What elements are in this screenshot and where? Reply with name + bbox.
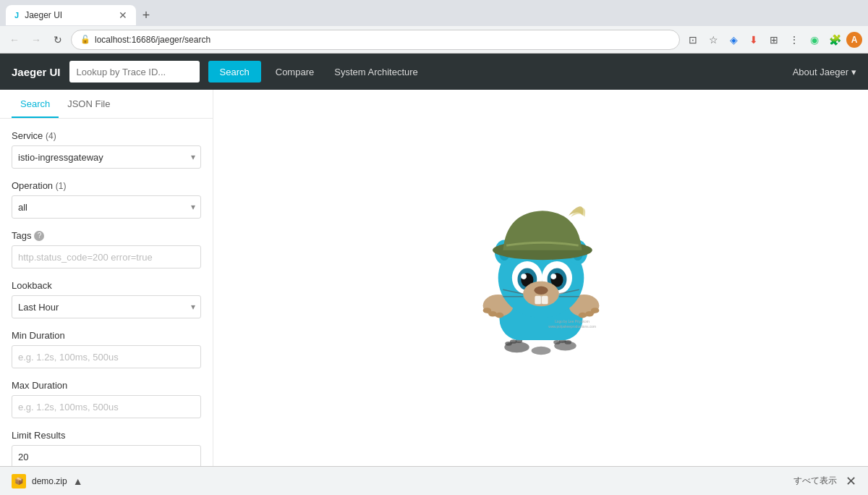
lookback-group: Lookback Last Hour Last 2 Hours Last 3 H…: [12, 280, 201, 318]
svg-point-17: [578, 313, 586, 318]
gopher-illustration: Logo by Lee Priyakorn www.polpakeeproduc…: [461, 198, 621, 358]
forward-button[interactable]: →: [27, 31, 45, 48]
browser-actions: ⊡ ☆ ◈ ⬇ ⊞ ⋮ ◉ 🧩 A: [684, 31, 862, 48]
max-duration-label: Max Duration: [12, 380, 201, 391]
apps-icon[interactable]: ⊞: [765, 31, 783, 48]
service-select-wrapper: istio-ingressgateway service-a service-b…: [12, 145, 201, 169]
extension-icon[interactable]: ◈: [725, 31, 742, 48]
tab-close-button[interactable]: ✕: [119, 9, 127, 21]
svg-point-33: [534, 286, 548, 294]
main-content: Logo by Lee Priyakorn www.polpakeeproduc…: [213, 90, 868, 466]
tab-title: Jaeger UI: [25, 10, 113, 20]
tab-json-file[interactable]: JSON File: [59, 90, 119, 118]
svg-rect-34: [535, 296, 541, 304]
tags-group: Tags ?: [12, 230, 201, 268]
main-layout: Search JSON File Service (4) istio-ingre…: [0, 90, 868, 466]
lookback-select[interactable]: Last Hour Last 2 Hours Last 3 Hours Last…: [12, 295, 201, 318]
lookback-select-wrapper: Last Hour Last 2 Hours Last 3 Hours Last…: [12, 295, 201, 318]
sidebar: Search JSON File Service (4) istio-ingre…: [0, 90, 213, 466]
refresh-button[interactable]: ↻: [49, 31, 67, 48]
tab-search[interactable]: Search: [12, 90, 59, 118]
limit-results-input[interactable]: [12, 445, 201, 466]
svg-text:Logo by Lee Priyakorn: Logo by Lee Priyakorn: [555, 320, 590, 323]
app-logo: Jaeger UI: [12, 66, 61, 78]
max-duration-input[interactable]: [12, 395, 201, 418]
browser-chrome: J Jaeger UI ✕ + ← → ↻ 🔓 localhost:16686/…: [0, 0, 868, 54]
back-button[interactable]: ←: [6, 31, 23, 48]
cast-icon[interactable]: ⊡: [684, 31, 702, 48]
tab-favicon: J: [14, 11, 19, 20]
settings-icon[interactable]: ⋮: [786, 31, 803, 48]
service-select[interactable]: istio-ingressgateway service-a service-b…: [12, 145, 201, 169]
operation-select-wrapper: all: [12, 195, 201, 219]
ad-block-icon[interactable]: ◉: [806, 31, 823, 48]
max-duration-group: Max Duration: [12, 380, 201, 418]
service-count: (4): [46, 131, 56, 141]
about-chevron-icon: ▾: [851, 67, 856, 77]
svg-point-1: [531, 347, 550, 355]
sidebar-form: Service (4) istio-ingressgateway service…: [0, 119, 213, 466]
profile-icon[interactable]: A: [846, 32, 862, 48]
limit-results-group: Limit Results: [12, 430, 201, 466]
trace-lookup-input[interactable]: [69, 61, 200, 82]
new-tab-button[interactable]: +: [136, 5, 156, 25]
tags-input[interactable]: [12, 245, 201, 268]
about-link[interactable]: About Jaeger ▾: [793, 67, 856, 77]
lookback-label: Lookback: [12, 280, 201, 291]
download-icon[interactable]: ⬇: [745, 31, 762, 48]
operation-count: (1): [56, 181, 67, 191]
app-navbar: Jaeger UI Search Compare System Architec…: [0, 54, 868, 90]
limit-results-label: Limit Results: [12, 430, 201, 441]
svg-text:www.polpakeeproductions.com: www.polpakeeproductions.com: [548, 325, 596, 329]
service-label: Service (4): [12, 130, 201, 141]
bookmark-icon[interactable]: ☆: [705, 31, 722, 48]
sidebar-tabs: Search JSON File: [0, 90, 213, 119]
service-group: Service (4) istio-ingressgateway service…: [12, 130, 201, 169]
svg-point-30: [521, 274, 527, 279]
tags-help-icon[interactable]: ?: [34, 231, 44, 241]
min-duration-label: Min Duration: [12, 330, 201, 341]
tags-label: Tags ?: [12, 230, 201, 241]
svg-point-14: [495, 313, 503, 318]
operation-label: Operation (1): [12, 180, 201, 191]
tab-bar: J Jaeger UI ✕ +: [0, 0, 868, 26]
about-link-text: About Jaeger: [793, 67, 848, 77]
svg-point-8: [564, 340, 571, 344]
operation-select[interactable]: all: [12, 195, 201, 219]
browser-controls: ← → ↻ 🔓 localhost:16686/jaeger/search ⊡ …: [0, 26, 868, 54]
address-bar[interactable]: 🔓 localhost:16686/jaeger/search: [71, 30, 680, 50]
search-navbar-button[interactable]: Search: [208, 61, 261, 82]
compare-link[interactable]: Compare: [270, 67, 320, 77]
min-duration-input[interactable]: [12, 345, 201, 368]
operation-group: Operation (1) all: [12, 180, 201, 219]
system-architecture-link[interactable]: System Architecture: [328, 67, 424, 77]
address-text: localhost:16686/jaeger/search: [95, 35, 671, 45]
svg-point-31: [550, 274, 556, 279]
gopher-svg: Logo by Lee Priyakorn www.polpakeeproduc…: [461, 198, 621, 358]
lock-icon: 🔓: [80, 35, 90, 44]
min-duration-group: Min Duration: [12, 330, 201, 368]
extensions-btn[interactable]: 🧩: [826, 31, 843, 48]
active-tab[interactable]: J Jaeger UI ✕: [6, 5, 136, 25]
svg-rect-35: [541, 296, 548, 304]
